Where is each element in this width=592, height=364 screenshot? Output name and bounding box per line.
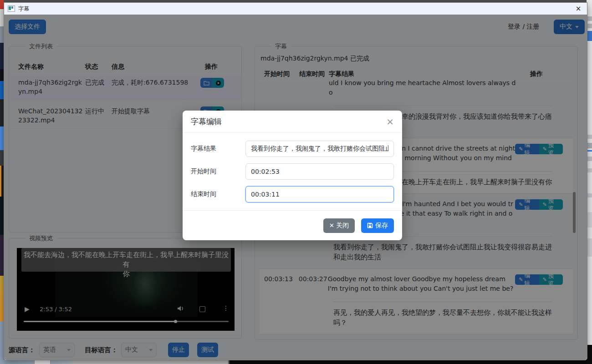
modal-title: 字幕编辑	[191, 116, 222, 127]
window-close-icon[interactable]: ×	[573, 5, 583, 13]
app-icon	[8, 5, 15, 12]
subtitle-result-input[interactable]	[245, 141, 394, 157]
end-time-input[interactable]	[245, 186, 394, 202]
modal-header: 字幕编辑 ×	[183, 111, 402, 133]
desktop-left-strip	[0, 0, 4, 364]
modal-footer: ✕关闭 保存	[183, 210, 402, 240]
window-titlebar: 字幕 ×	[4, 3, 587, 15]
subtitle-edit-modal: 字幕编辑 × 字幕结果 开始时间 结束时间 ✕关闭 保存	[183, 111, 402, 240]
start-time-input[interactable]	[245, 163, 394, 180]
app-window: 字幕 × 选择文件 登录 / 注册 中文 文件列表 文件名称 状态 信息 操作 …	[4, 2, 587, 360]
modal-close-icon[interactable]: ×	[386, 117, 394, 126]
save-icon	[367, 222, 373, 228]
desktop-file-icon	[34, 360, 51, 364]
modal-save-button[interactable]: 保存	[361, 218, 394, 233]
close-x-icon: ✕	[329, 222, 334, 229]
modal-field-row: 字幕结果	[191, 141, 394, 157]
modal-field-row: 开始时间	[191, 163, 394, 180]
modal-field-row: 结束时间	[191, 186, 394, 202]
field-label-start: 开始时间	[191, 167, 245, 176]
modal-close-button[interactable]: ✕关闭	[323, 218, 355, 233]
window-title: 字幕	[18, 5, 29, 13]
field-label-result: 字幕结果	[191, 145, 245, 153]
field-label-end: 结束时间	[191, 190, 245, 198]
